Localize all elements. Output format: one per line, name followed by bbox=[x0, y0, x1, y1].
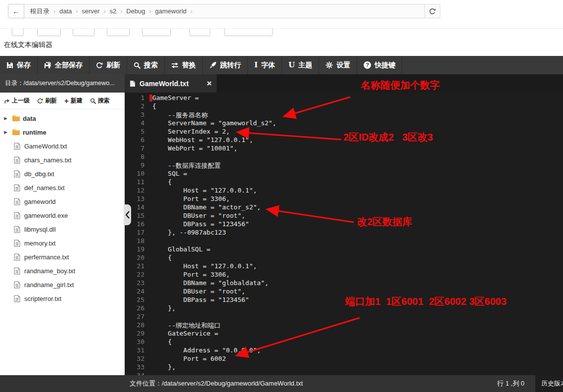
up-level-button[interactable]: 上一级 bbox=[4, 97, 30, 105]
code-line[interactable]: 12 Host = "127.0.0.1", bbox=[125, 187, 563, 195]
line-number: 26 bbox=[125, 304, 144, 313]
history-versions-button[interactable]: 历史版本 bbox=[535, 375, 563, 392]
code-line[interactable]: 32 Port = 6002 bbox=[125, 355, 563, 363]
replace-button[interactable]: 替换 bbox=[165, 56, 203, 74]
line-text: WebPort = "10001", bbox=[144, 145, 237, 153]
code-line[interactable]: 30 { bbox=[125, 338, 563, 346]
partial-button[interactable] bbox=[189, 28, 210, 36]
search-button[interactable]: 搜索 bbox=[127, 56, 165, 74]
line-number: 4 bbox=[125, 119, 144, 128]
new-file-button[interactable]: + 新建 bbox=[64, 97, 83, 105]
breadcrumb-separator-icon: › bbox=[103, 8, 105, 15]
file-icon bbox=[14, 156, 20, 164]
font-button-label: 字体 bbox=[261, 61, 275, 70]
settings-button[interactable]: 设置 bbox=[319, 56, 357, 74]
code-line[interactable]: 9 --数据库连接配置 bbox=[125, 161, 563, 170]
breadcrumb-item[interactable]: s2 bbox=[109, 7, 116, 15]
breadcrumb-item[interactable]: Debug bbox=[126, 7, 145, 15]
code-line[interactable]: 34 bbox=[125, 372, 563, 375]
partial-button[interactable] bbox=[37, 28, 61, 36]
code-line[interactable]: 1GameServer = bbox=[125, 94, 563, 102]
code-line[interactable]: 18 bbox=[125, 237, 563, 245]
breadcrumb-item[interactable]: 根目录 bbox=[30, 7, 49, 16]
tree-item-file[interactable]: gameworld.exe bbox=[0, 208, 125, 222]
refresh-icon bbox=[37, 98, 43, 104]
tab-gameworld[interactable]: GameWorld.txt × bbox=[125, 74, 217, 93]
breadcrumb-refresh-button[interactable] bbox=[424, 4, 440, 18]
code-line[interactable]: 17 }, --0987abc123 bbox=[125, 229, 563, 237]
line-number: 24 bbox=[125, 288, 144, 296]
code-line[interactable]: 13 Port = 3306, bbox=[125, 195, 563, 203]
tab-close-icon[interactable]: × bbox=[207, 79, 212, 88]
save-button[interactable]: 保存 bbox=[0, 56, 38, 74]
partial-button[interactable] bbox=[12, 28, 24, 36]
tree-refresh-button[interactable]: 刷新 bbox=[37, 97, 57, 105]
hotkeys-button[interactable]: ? 快捷键 bbox=[357, 56, 402, 74]
tree-item-file[interactable]: randname_girl.txt bbox=[0, 278, 125, 292]
partial-button[interactable] bbox=[224, 28, 273, 36]
goto-line-button[interactable]: 跳转行 bbox=[203, 56, 248, 74]
code-area[interactable]: 1GameServer =2{3 --服务器名称4 ServerName = "… bbox=[125, 93, 563, 375]
line-text bbox=[144, 237, 152, 245]
breadcrumb-item[interactable]: gameworld bbox=[155, 7, 187, 15]
code-line[interactable]: 25 DBPass = "123456" bbox=[125, 296, 563, 304]
up-level-icon bbox=[4, 98, 10, 104]
code-line[interactable]: 4 ServerName = "gameworld_s2", bbox=[125, 119, 563, 128]
code-line[interactable]: 14 DBName = "actor_s2", bbox=[125, 203, 563, 212]
tree-item-file[interactable]: chars_names.txt bbox=[0, 153, 125, 167]
code-line[interactable]: 33 }, bbox=[125, 363, 563, 372]
back-button[interactable]: ← bbox=[8, 4, 24, 18]
line-number: 20 bbox=[125, 254, 144, 262]
code-line[interactable]: 15 DBUser = "root", bbox=[125, 212, 563, 220]
line-number: 17 bbox=[125, 229, 144, 237]
tree-item-folder[interactable]: ▶ runtime bbox=[0, 125, 125, 139]
breadcrumb-item[interactable]: data bbox=[59, 7, 72, 15]
code-line[interactable]: 3 --服务器名称 bbox=[125, 111, 563, 119]
code-line[interactable]: 24 DBUser = "root", bbox=[125, 288, 563, 296]
line-text: GameServer = bbox=[144, 94, 199, 102]
code-line[interactable]: 23 DBName = "globaldata", bbox=[125, 279, 563, 288]
code-line[interactable]: 16 DBPass = "123456" bbox=[125, 220, 563, 229]
code-line[interactable]: 28 --绑定地址和端口 bbox=[125, 321, 563, 330]
tree-item-file[interactable]: def_names.txt bbox=[0, 181, 125, 195]
breadcrumb-separator-icon: › bbox=[53, 8, 55, 15]
code-line[interactable]: 11 { bbox=[125, 178, 563, 187]
code-line[interactable]: 6 WebHost = "127.0.0.1", bbox=[125, 136, 563, 145]
code-line[interactable]: 21 Host = "127.0.0.1", bbox=[125, 262, 563, 271]
code-line[interactable]: 2{ bbox=[125, 102, 563, 111]
tree-item-file[interactable]: randname_boy.txt bbox=[0, 264, 125, 278]
refresh-button[interactable]: 刷新 bbox=[90, 56, 127, 74]
font-button[interactable]: I 字体 bbox=[248, 56, 282, 74]
tree-item-folder[interactable]: ▶ data bbox=[0, 111, 125, 125]
code-line[interactable]: 26 }, bbox=[125, 304, 563, 313]
code-line[interactable]: 20 { bbox=[125, 254, 563, 262]
directory-path-label: 目录：/data/server/s2/Debug/gamewo... bbox=[0, 74, 125, 93]
tree-item-file[interactable]: perfermance.txt bbox=[0, 250, 125, 264]
tree-item-file[interactable]: GameWorld.txt bbox=[0, 139, 125, 153]
code-line[interactable]: 7 WebPort = "10001", bbox=[125, 145, 563, 153]
breadcrumb-item[interactable]: server bbox=[82, 7, 99, 15]
line-number: 1 bbox=[125, 94, 144, 102]
code-line[interactable]: 5 ServerIndex = 2, bbox=[125, 128, 563, 136]
code-line[interactable]: 19 GlobalSQL = bbox=[125, 245, 563, 254]
tree-item-file[interactable]: gameworld bbox=[0, 195, 125, 208]
tree-item-file[interactable]: scripterror.txt bbox=[0, 292, 125, 305]
partial-button[interactable] bbox=[73, 28, 94, 36]
code-line[interactable]: 27 bbox=[125, 313, 563, 321]
code-line[interactable]: 29 GateService = bbox=[125, 330, 563, 338]
partial-button[interactable] bbox=[142, 28, 171, 36]
tree-item-file[interactable]: db_dbg.txt bbox=[0, 167, 125, 181]
code-line[interactable]: 10 SQL = bbox=[125, 170, 563, 178]
save-all-button[interactable]: 全部保存 bbox=[38, 56, 90, 74]
theme-button[interactable]: U 主题 bbox=[282, 56, 319, 74]
code-line[interactable]: 22 Port = 3306, bbox=[125, 271, 563, 279]
tree-search-button[interactable]: 搜索 bbox=[90, 97, 110, 105]
line-text: DBUser = "root", bbox=[144, 212, 245, 220]
sidebar-collapse-handle[interactable] bbox=[124, 204, 131, 225]
code-line[interactable]: 31 Address = "0.0.0.0", bbox=[125, 346, 563, 355]
rocket-icon bbox=[209, 61, 217, 69]
tree-item-file[interactable]: libmysql.dll bbox=[0, 222, 125, 236]
tree-item-file[interactable]: memory.txt bbox=[0, 236, 125, 250]
partial-button[interactable] bbox=[107, 28, 130, 36]
code-line[interactable]: 8 bbox=[125, 153, 563, 161]
